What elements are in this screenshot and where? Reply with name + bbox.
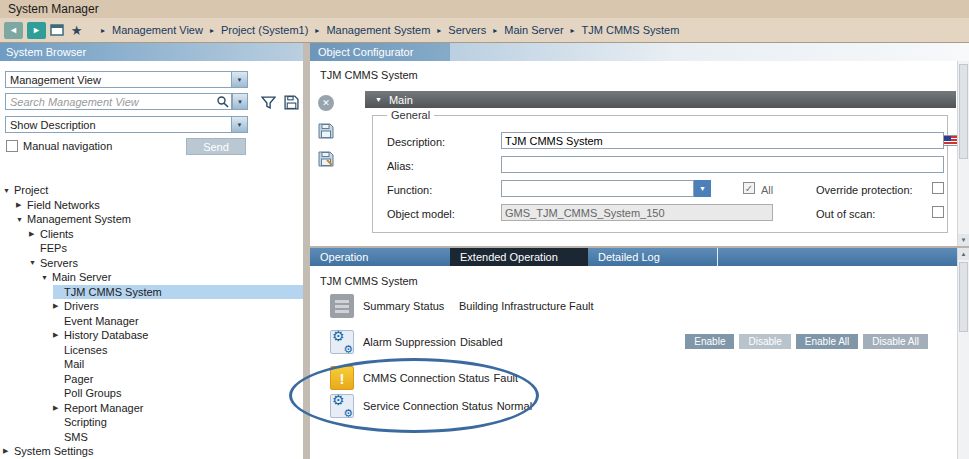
language-flag-icon: [943, 135, 958, 146]
status-value: Fault: [494, 372, 518, 384]
general-group: General Description: Alias: Function: Al…: [372, 115, 948, 233]
expand-arrow-icon[interactable]: ▶: [29, 230, 40, 238]
status-value: Normal: [497, 400, 532, 412]
alarm-suppression-row[interactable]: ⚙⚙ Alarm Suppression Disabled Enable Dis…: [310, 328, 957, 356]
tree-item-servers[interactable]: ▼Servers: [0, 256, 303, 271]
all-label: All: [761, 184, 773, 196]
main-section-header[interactable]: ▼ Main: [365, 91, 956, 108]
breadcrumb-project[interactable]: Project (System1): [221, 24, 308, 36]
breadcrumb-servers[interactable]: Servers: [448, 24, 486, 36]
breadcrumb-bar: ▸ Management View ▸ Project (System1) ▸ …: [0, 18, 969, 43]
view-selector-dropdown[interactable]: Management View: [5, 71, 248, 88]
service-connection-status-row[interactable]: ⚙⚙ Service Connection Status Normal: [310, 392, 957, 420]
search-icon[interactable]: [216, 95, 231, 108]
collapse-arrow-icon[interactable]: ▼: [375, 96, 382, 103]
breadcrumb-management-system[interactable]: Management System: [326, 24, 430, 36]
expand-arrow-icon[interactable]: ▼: [16, 216, 27, 223]
expand-arrow-icon[interactable]: ▶: [16, 201, 27, 209]
forward-arrow-icon[interactable]: [27, 22, 46, 39]
manual-navigation-checkbox[interactable]: [6, 140, 18, 152]
gears-icon: ⚙⚙: [330, 394, 354, 418]
tab-extended-operation[interactable]: Extended Operation: [450, 248, 588, 266]
cmms-connection-status-row[interactable]: CMMS Connection Status Fault: [310, 364, 957, 392]
disable-all-button[interactable]: Disable All: [863, 334, 928, 349]
tree-item-mail[interactable]: Mail: [0, 357, 303, 372]
tree-item-main-server[interactable]: ▼Main Server: [0, 270, 303, 285]
tree-item-scripting[interactable]: Scripting: [0, 415, 303, 430]
tree-item-system-settings[interactable]: ▶System Settings: [0, 444, 303, 459]
tree-item-clients[interactable]: ▶Clients: [0, 227, 303, 242]
breadcrumb-tjm-cmms-system[interactable]: TJM CMMS System: [582, 24, 680, 36]
tree-item-tjm-cmms-system[interactable]: TJM CMMS System: [0, 285, 303, 300]
tree-item-history-database[interactable]: ▶History Database: [0, 328, 303, 343]
expand-arrow-icon[interactable]: ▼: [29, 259, 40, 266]
search-options-chevron-icon[interactable]: [232, 93, 248, 110]
expand-arrow-icon[interactable]: ▼: [3, 187, 14, 194]
search-input[interactable]: [6, 94, 216, 109]
tree-item-label: History Database: [64, 329, 148, 341]
manual-navigation-label: Manual navigation: [23, 140, 112, 152]
save-as-icon[interactable]: [318, 151, 334, 169]
chevron-down-icon[interactable]: [231, 72, 247, 87]
tab-operation[interactable]: Operation: [310, 248, 450, 266]
breadcrumb-main-server[interactable]: Main Server: [504, 24, 563, 36]
open-window-icon[interactable]: [50, 24, 64, 36]
expand-arrow-icon[interactable]: ▶: [53, 404, 64, 412]
save-search-icon[interactable]: [284, 95, 300, 110]
enable-all-button[interactable]: Enable All: [796, 334, 858, 349]
tree-item-field-networks[interactable]: ▶Field Networks: [0, 198, 303, 213]
tree-item-drivers[interactable]: ▶Drivers: [0, 299, 303, 314]
scrollbar-vertical[interactable]: [957, 248, 969, 459]
override-protection-label: Override protection:: [816, 184, 913, 196]
description-selector-dropdown[interactable]: Show Description: [5, 116, 248, 133]
expand-arrow-icon[interactable]: ▼: [41, 274, 52, 281]
panel-splitter[interactable]: [303, 43, 310, 459]
manual-navigation-row: Manual navigation: [6, 140, 112, 152]
tab-detailed-log[interactable]: Detailed Log: [588, 248, 718, 266]
scroll-up-icon[interactable]: [958, 248, 969, 260]
tree-item-sms[interactable]: SMS: [0, 430, 303, 445]
breadcrumb-management-view[interactable]: Management View: [112, 24, 203, 36]
filter-funnel-icon[interactable]: [261, 95, 277, 110]
tree-item-report-manager[interactable]: ▶Report Manager: [0, 401, 303, 416]
send-button[interactable]: Send: [186, 138, 246, 155]
summary-status-row[interactable]: Summary Status Building Infrastructure F…: [310, 292, 957, 320]
view-selector-value: Management View: [6, 74, 231, 86]
expand-arrow-icon[interactable]: ▶: [3, 447, 14, 455]
expand-arrow-icon[interactable]: ▶: [53, 331, 64, 339]
all-checkbox[interactable]: [743, 182, 755, 194]
tree-item-label: Management System: [27, 213, 131, 225]
scrollbar-vertical[interactable]: [957, 61, 969, 246]
tree-item-event-manager[interactable]: Event Manager: [0, 314, 303, 329]
object-configurator-panel: Object Configurator TJM CMMS System ▼ Ma…: [310, 43, 969, 246]
out-of-scan-checkbox[interactable]: [932, 206, 944, 218]
save-icon[interactable]: [318, 123, 334, 141]
scroll-down-icon[interactable]: [958, 234, 969, 246]
tree-item-pager[interactable]: Pager: [0, 372, 303, 387]
gears-icon: ⚙⚙: [330, 330, 354, 354]
breadcrumb: ▸ Management View ▸ Project (System1) ▸ …: [101, 24, 679, 36]
description-input[interactable]: [501, 132, 944, 149]
disable-button[interactable]: Disable: [739, 334, 790, 349]
tree-item-project[interactable]: ▼Project: [0, 183, 303, 198]
alias-input[interactable]: [501, 156, 944, 173]
tree-item-licenses[interactable]: Licenses: [0, 343, 303, 358]
scrollbar-thumb[interactable]: [959, 262, 968, 332]
discard-close-icon[interactable]: [318, 95, 334, 111]
function-input[interactable]: [501, 180, 694, 197]
tree-item-poll-groups[interactable]: Poll Groups: [0, 386, 303, 401]
back-arrow-icon[interactable]: [4, 22, 23, 39]
favorite-star-icon[interactable]: [68, 22, 85, 39]
enable-button[interactable]: Enable: [685, 334, 734, 349]
expand-arrow-icon[interactable]: ▶: [53, 302, 64, 310]
search-box: [5, 93, 232, 110]
function-chevron-icon[interactable]: [694, 180, 711, 197]
system-browser-panel: System Browser Management View Show Desc…: [0, 43, 303, 459]
chevron-down-icon[interactable]: [231, 117, 247, 132]
override-protection-checkbox[interactable]: [932, 182, 944, 194]
scrollbar-thumb[interactable]: [959, 64, 968, 159]
tree-item-feps[interactable]: FEPs: [0, 241, 303, 256]
tree-item-management-system[interactable]: ▼Management System: [0, 212, 303, 227]
breadcrumb-separator: ▸: [101, 26, 105, 35]
warning-icon: [330, 366, 354, 390]
